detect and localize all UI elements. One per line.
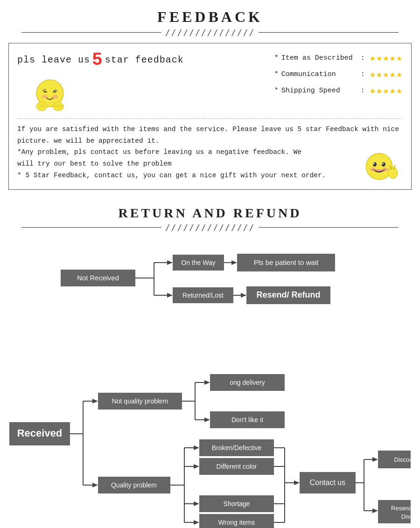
pls-leave-text: pls leave us5star feedback [17,50,184,70]
svg-line-5 [55,89,56,90]
svg-marker-30 [167,260,173,265]
svg-point-10 [53,102,63,111]
svg-text:Discount/Gifts: Discount/Gifts [394,456,411,463]
happy-smiley-icon [362,148,398,185]
star-row-communication: * Communication : ★★★★★ [274,68,403,81]
svg-point-15 [366,153,392,180]
dashed-divider [17,118,403,119]
feedback-left-col: pls leave us5star feedback [17,50,184,114]
svg-marker-88 [194,520,199,525]
svg-marker-67 [92,483,98,487]
svg-line-2 [44,89,44,90]
svg-marker-100 [294,480,300,485]
svg-text:Don't like it: Don't like it [231,416,263,424]
feedback-body: If you are satisfied with the items and … [17,124,403,181]
feedback-section: FEEDBACK /////////////// pls leave us5st… [0,0,420,190]
svg-text:On the Way: On the Way [181,259,215,266]
svg-text:Contact us: Contact us [310,479,345,486]
svg-point-22 [388,168,398,179]
refund-section: RETURN AND REFUND /////////////// Not Re… [0,197,420,528]
svg-point-17 [382,162,385,167]
feedback-zigzag-divider: /////////////// [0,28,420,37]
svg-text:Not quality problem: Not quality problem [112,397,168,405]
star-row-item-described: * Item as Described : ★★★★★ [274,52,403,64]
flowchart-not-received: Not Received On the Way Pls be patient t… [0,238,420,332]
svg-marker-76 [194,445,199,450]
svg-text:Shortage: Shortage [224,500,250,507]
svg-point-16 [373,162,377,167]
svg-text:Received: Received [17,427,63,439]
svg-text:Resend/Refund/: Resend/Refund/ [391,505,411,512]
svg-marker-80 [194,464,199,469]
svg-point-20 [370,168,375,172]
svg-point-18 [373,163,375,164]
refund-zigzag-divider: /////////////// [0,222,420,232]
feedback-top-row: pls leave us5star feedback [17,50,403,114]
svg-point-21 [383,168,388,172]
flowchart-received: Received Not quality problem ong deliver… [0,337,420,528]
svg-text:Broken/Defective: Broken/Defective [212,444,262,452]
svg-text:Quality problem: Quality problem [111,481,157,489]
feedback-box: pls leave us5star feedback [8,43,412,190]
svg-marker-43 [241,293,246,298]
svg-marker-107 [372,457,378,462]
svg-text:Wrong items: Wrong items [218,519,255,526]
svg-text:Different color: Different color [217,463,257,470]
svg-text:Returned/Lost: Returned/Lost [182,292,224,299]
not-received-flowchart-svg: Not Received On the Way Pls be patient t… [19,246,401,321]
svg-text:ong delivery: ong delivery [230,379,265,386]
stars-section: * Item as Described : ★★★★★ * Communicat… [274,52,403,97]
svg-marker-63 [204,417,210,422]
svg-text:Pls be patient to wait: Pls be patient to wait [254,258,319,266]
svg-marker-59 [204,380,210,385]
svg-marker-111 [372,508,378,513]
svg-marker-84 [194,501,199,506]
refund-title: RETURN AND REFUND [0,197,420,222]
svg-point-9 [36,102,47,111]
sleeping-smiley-icon [31,76,69,114]
svg-marker-52 [92,399,98,403]
svg-text:Discount: Discount [401,513,411,520]
svg-marker-34 [231,260,237,265]
received-flowchart-svg: Received Not quality problem ong deliver… [9,345,411,528]
star-row-shipping-speed: * Shipping Speed : ★★★★★ [274,84,403,97]
svg-marker-39 [167,293,173,298]
svg-text:Not Received: Not Received [77,274,119,282]
svg-point-19 [382,163,384,164]
svg-text:Resend/ Refund: Resend/ Refund [256,290,320,299]
feedback-title: FEEDBACK [0,0,420,28]
